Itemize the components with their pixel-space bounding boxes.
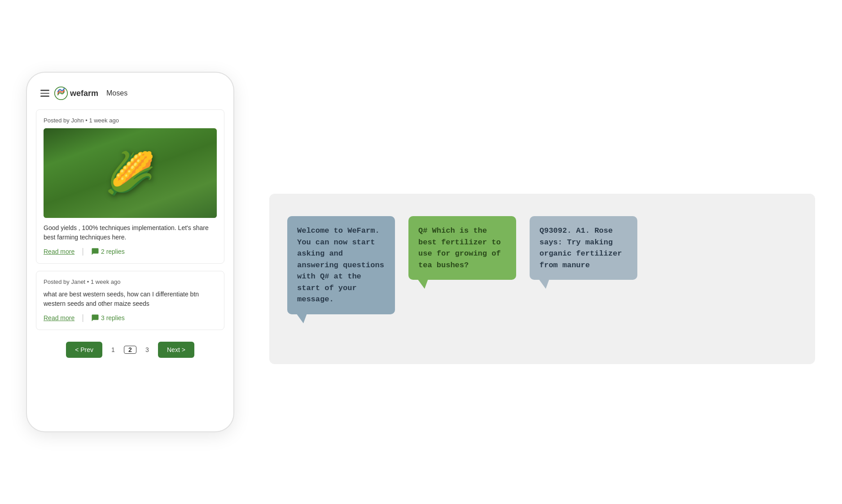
logo-text: wefarm bbox=[70, 89, 98, 98]
post-text-1: Good yields , 100% techniques implementa… bbox=[44, 223, 217, 242]
page-num-1[interactable]: 1 bbox=[107, 346, 119, 353]
post-card-1: Posted by John • 1 week ago 🌽 Good yield… bbox=[36, 109, 224, 264]
bubble-text-1: Welcome to WeFarm. You can now start ask… bbox=[297, 226, 384, 304]
bubble-text-2: Q# Which is the best fertilizer to use f… bbox=[418, 226, 501, 269]
prev-button[interactable]: < Prev bbox=[66, 342, 102, 358]
pagination: < Prev 1 2 3 Next > bbox=[36, 342, 224, 358]
chat-icon-2 bbox=[91, 314, 99, 322]
replies-link-1[interactable]: 2 replies bbox=[91, 248, 125, 256]
separator-1: | bbox=[82, 247, 84, 256]
post-actions-2: Read more | 3 replies bbox=[44, 313, 217, 322]
bubbles-area: Welcome to WeFarm. You can now start ask… bbox=[269, 194, 815, 364]
post-meta-2: Posted by Janet • 1 week ago bbox=[44, 278, 217, 285]
read-more-link-1[interactable]: Read more bbox=[44, 248, 75, 255]
chat-bubble-3: Q93092. A1. Rose says: Try making organi… bbox=[530, 216, 637, 280]
logo-container: wefarm bbox=[54, 86, 98, 100]
chat-bubble-1: Welcome to WeFarm. You can now start ask… bbox=[287, 216, 395, 314]
chat-bubble-2: Q# Which is the best fertilizer to use f… bbox=[408, 216, 516, 280]
read-more-link-2[interactable]: Read more bbox=[44, 314, 75, 322]
right-section: Welcome to WeFarm. You can now start ask… bbox=[233, 140, 815, 364]
replies-count-1: 2 replies bbox=[101, 248, 125, 255]
phone-mockup: wefarm Moses Posted by John • 1 week ago… bbox=[27, 73, 233, 431]
post-meta-1: Posted by John • 1 week ago bbox=[44, 117, 217, 124]
next-button[interactable]: Next > bbox=[158, 342, 194, 358]
bubble-text-3: Q93092. A1. Rose says: Try making organi… bbox=[539, 226, 622, 269]
replies-count-2: 3 replies bbox=[101, 314, 125, 322]
post-actions-1: Read more | 2 replies bbox=[44, 247, 217, 256]
hamburger-menu-icon[interactable] bbox=[40, 90, 49, 97]
page-num-2[interactable]: 2 bbox=[124, 346, 136, 354]
chat-icon-1 bbox=[91, 248, 99, 256]
replies-link-2[interactable]: 3 replies bbox=[91, 314, 125, 322]
phone-header: wefarm Moses bbox=[36, 86, 224, 100]
user-name: Moses bbox=[106, 89, 127, 97]
post-text-2: what are best western seeds, how can I d… bbox=[44, 290, 217, 308]
separator-2: | bbox=[82, 313, 84, 322]
wefarm-logo-icon bbox=[54, 86, 68, 100]
page-num-3[interactable]: 3 bbox=[141, 346, 153, 353]
post-card-2: Posted by Janet • 1 week ago what are be… bbox=[36, 271, 224, 330]
post-image-1: 🌽 bbox=[44, 128, 217, 218]
